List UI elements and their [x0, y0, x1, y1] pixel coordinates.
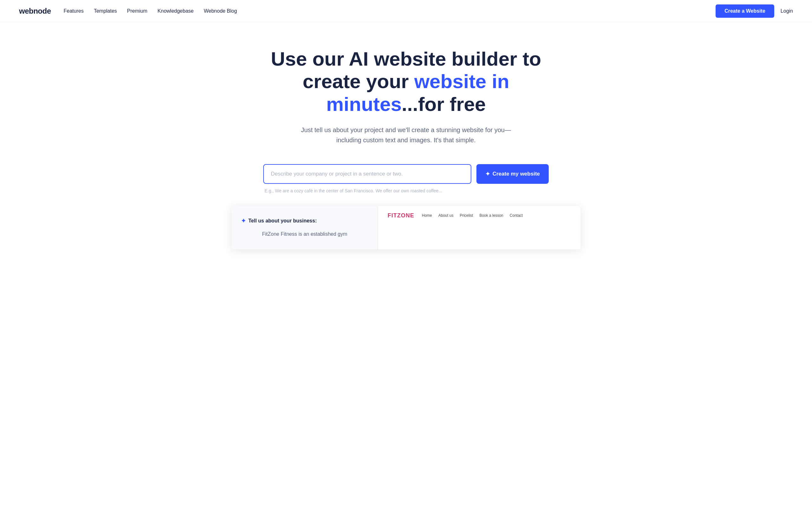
nav-link-blog[interactable]: Webnode Blog	[204, 8, 237, 14]
nav-links: Features Templates Premium Knowledgebase…	[64, 8, 237, 14]
input-hint: E.g., We are a cozy café in the center o…	[263, 188, 549, 193]
fitzone-preview-text: FitZone Fitness is an established gym	[241, 230, 368, 238]
hero-subtitle: Just tell us about your project and we'l…	[298, 125, 514, 145]
hero-title-part2: ...for free	[402, 93, 486, 115]
create-website-button[interactable]: ✦ Create my website	[476, 164, 549, 184]
preview-section: ✦ Tell us about your business: FitZone F…	[232, 206, 580, 250]
navbar: webnode Features Templates Premium Knowl…	[0, 0, 812, 22]
preview-nav-book: Book a lesson	[479, 213, 503, 218]
tell-us-label: Tell us about your business:	[248, 218, 317, 224]
preview-panel-right: FITZONE Home About us Pricelist Book a l…	[378, 206, 580, 250]
hero-section: Use our AI website builder to create you…	[0, 22, 812, 268]
preview-logo: FITZONE	[388, 212, 414, 219]
nav-create-button[interactable]: Create a Website	[716, 4, 774, 18]
nav-link-features[interactable]: Features	[64, 8, 84, 14]
preview-nav: FITZONE Home About us Pricelist Book a l…	[388, 212, 571, 219]
nav-left: webnode Features Templates Premium Knowl…	[19, 7, 237, 15]
tell-us-sparkle-icon: ✦	[241, 217, 246, 224]
tell-us-label-row: ✦ Tell us about your business:	[241, 217, 368, 224]
preview-nav-pricelist: Pricelist	[460, 213, 473, 218]
preview-nav-contact: Contact	[510, 213, 523, 218]
preview-nav-about: About us	[438, 213, 453, 218]
nav-item-knowledgebase[interactable]: Knowledgebase	[158, 8, 194, 14]
sparkle-icon: ✦	[485, 170, 490, 177]
nav-item-blog[interactable]: Webnode Blog	[204, 8, 237, 14]
preview-panel-left: ✦ Tell us about your business: FitZone F…	[232, 206, 378, 250]
logo[interactable]: webnode	[19, 7, 51, 15]
nav-login-button[interactable]: Login	[780, 8, 793, 14]
project-description-input[interactable]	[263, 164, 471, 184]
input-area: ✦ Create my website	[263, 164, 549, 184]
hero-title: Use our AI website builder to create you…	[263, 48, 549, 115]
nav-item-features[interactable]: Features	[64, 8, 84, 14]
nav-link-templates[interactable]: Templates	[94, 8, 117, 14]
nav-link-premium[interactable]: Premium	[127, 8, 148, 14]
nav-item-templates[interactable]: Templates	[94, 8, 117, 14]
nav-link-knowledgebase[interactable]: Knowledgebase	[158, 8, 194, 14]
nav-right: Create a Website Login	[716, 4, 793, 18]
preview-nav-links: Home About us Pricelist Book a lesson Co…	[422, 213, 523, 218]
create-button-label: Create my website	[493, 171, 540, 177]
nav-item-premium[interactable]: Premium	[127, 8, 148, 14]
preview-nav-home: Home	[422, 213, 432, 218]
